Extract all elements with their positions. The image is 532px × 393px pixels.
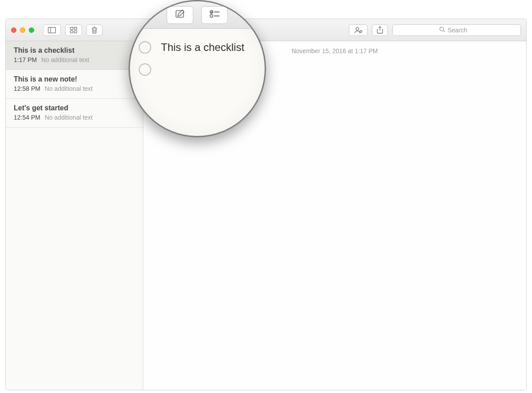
- delete-note-button[interactable]: [86, 24, 102, 36]
- note-title: Let's get started: [14, 104, 135, 112]
- zoom-window-button[interactable]: [29, 27, 34, 33]
- note-time: 12:58 PM: [14, 85, 40, 92]
- list-item[interactable]: This is a checklist 1:17 PM No additiona…: [6, 41, 143, 70]
- magnified-toolbar-slice: [130, 1, 265, 29]
- share-button[interactable]: [372, 24, 388, 36]
- checkbox-empty-icon[interactable]: [139, 41, 151, 54]
- svg-rect-3: [74, 27, 77, 29]
- window-controls: [11, 27, 34, 33]
- note-meta: 12:54 PM No additional text: [14, 114, 135, 121]
- sidebar-icon: [48, 27, 56, 33]
- window-body: This is a checklist 1:17 PM No additiona…: [6, 41, 526, 390]
- add-people-button[interactable]: [349, 24, 368, 36]
- magnifier-overlay: This is a checklist: [129, 0, 266, 137]
- share-icon: [377, 26, 383, 34]
- notes-window: This is a checklist 1:17 PM No additiona…: [5, 19, 527, 390]
- svg-rect-0: [48, 27, 56, 33]
- svg-point-12: [440, 27, 444, 31]
- svg-rect-4: [70, 31, 73, 33]
- toggle-sidebar-button[interactable]: [43, 24, 61, 36]
- note-date-label: November 15, 2016 at 1:17 PM: [292, 47, 378, 54]
- view-mode-button[interactable]: [65, 24, 82, 36]
- note-snippet: No additional text: [41, 56, 89, 63]
- search-input[interactable]: [448, 27, 474, 34]
- search-icon: [439, 27, 445, 34]
- list-item[interactable]: This is a new note! 12:58 PM No addition…: [6, 70, 143, 99]
- note-meta: 12:58 PM No additional text: [14, 85, 135, 92]
- svg-rect-5: [74, 31, 77, 33]
- checklist-row-2[interactable]: [139, 63, 151, 76]
- minimize-window-button[interactable]: [20, 27, 25, 33]
- svg-line-13: [443, 30, 445, 32]
- note-meta: 1:17 PM No additional text: [14, 56, 135, 63]
- checklist-text: This is a checklist: [161, 41, 244, 54]
- checkbox-empty-icon[interactable]: [139, 63, 151, 76]
- list-item[interactable]: Let's get started 12:54 PM No additional…: [6, 99, 143, 128]
- grid-icon: [70, 27, 77, 33]
- svg-point-8: [356, 27, 359, 30]
- note-title: This is a new note!: [14, 75, 135, 83]
- toolbar: [6, 19, 526, 41]
- search-field-wrap[interactable]: [392, 24, 521, 36]
- note-snippet: No additional text: [45, 114, 93, 121]
- checklist-row-1[interactable]: This is a checklist: [139, 41, 244, 54]
- checklist-button[interactable]: [201, 6, 228, 24]
- svg-point-17: [210, 14, 213, 17]
- svg-rect-2: [70, 27, 73, 29]
- note-snippet: No additional text: [45, 85, 93, 92]
- note-time: 12:54 PM: [14, 114, 40, 121]
- person-add-icon: [354, 27, 363, 34]
- note-time: 1:17 PM: [14, 56, 37, 63]
- checklist-icon: [209, 10, 220, 20]
- notes-list-sidebar: This is a checklist 1:17 PM No additiona…: [6, 41, 143, 390]
- new-note-button[interactable]: [167, 6, 193, 24]
- close-window-button[interactable]: [11, 27, 16, 33]
- note-title: This is a checklist: [14, 47, 135, 54]
- svg-rect-14: [176, 11, 184, 17]
- trash-icon: [91, 27, 98, 34]
- new-note-icon: [175, 9, 185, 21]
